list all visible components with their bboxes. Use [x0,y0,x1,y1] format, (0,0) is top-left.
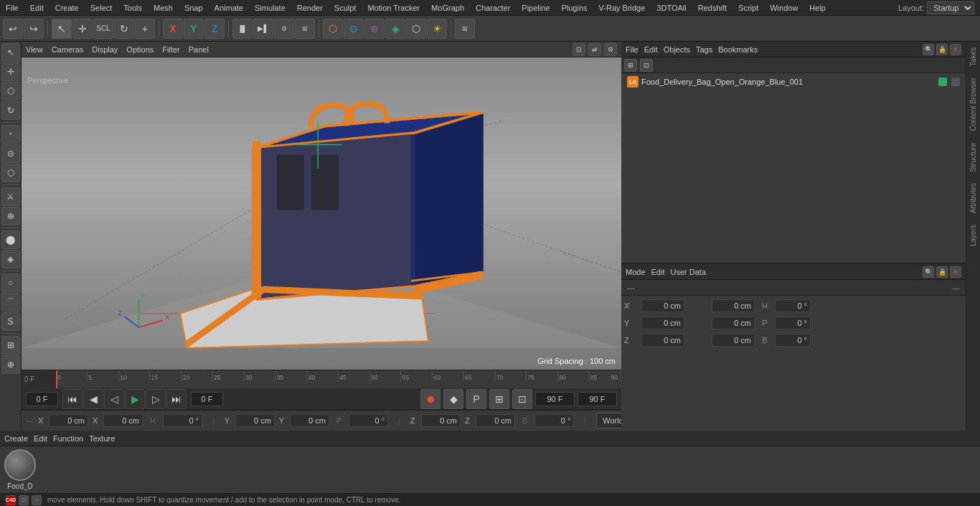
mat-edit[interactable]: Edit [34,434,47,443]
attr-b-input[interactable] [775,334,811,347]
attr-p-input[interactable] [775,317,811,329]
x2-input[interactable] [103,414,143,427]
light-button[interactable]: ☀ [427,19,447,39]
vp-menu-panel[interactable]: Panel [189,45,209,54]
viewport-canvas[interactable]: X Y Z [22,57,621,370]
vp-menu-display[interactable]: Display [92,45,118,54]
scale-button[interactable]: SCL [93,19,113,39]
menu-simulate[interactable]: Simulate [249,2,291,14]
menu-file[interactable]: File [0,2,24,14]
om-menu-bookmarks[interactable]: Bookmarks [718,45,758,54]
snap-settings-button[interactable]: ⊞ [455,19,475,39]
y2-input[interactable] [290,414,329,427]
attr-h-input[interactable] [775,299,811,312]
keyframe-button[interactable]: ◆ [443,389,463,409]
lp-box-button[interactable]: ⬡ [1,82,20,100]
x-axis-button[interactable]: X [163,19,183,39]
attr-lock-icon[interactable]: 🔒 [936,266,948,278]
frame-end-input-1[interactable] [535,392,575,406]
status-icon-box[interactable]: □ [19,495,29,505]
plus-button[interactable]: + [135,19,155,39]
lp-magnet-button[interactable]: ⊕ [1,207,20,225]
lp-rotate2-button[interactable]: ↻ [1,101,20,120]
menu-mesh[interactable]: Mesh [148,2,179,14]
step-fwd-far-button[interactable]: ⏭ [166,389,187,409]
play-button[interactable]: ▶ [125,389,145,409]
redo-button[interactable]: ↪ [24,19,44,39]
lp-poly-button[interactable]: ⬡ [1,164,20,182]
vp-expand-icon[interactable]: ⊡ [573,43,585,56]
lp-snap-button[interactable]: ⊞ [1,336,20,355]
z-axis-button[interactable]: Z [204,19,225,39]
b-input[interactable] [534,414,574,427]
motion-path-button[interactable]: ⊞ [489,389,509,409]
cam-button[interactable]: ⬡ [406,19,426,39]
cube-button[interactable]: ⬡ [323,19,343,39]
menu-script[interactable]: Script [732,2,764,14]
rotate-button[interactable]: ↻ [114,19,134,39]
side-tab-content-browser[interactable]: Content Browser [968,72,979,136]
move-button[interactable]: ✛ [72,19,93,39]
undo-button[interactable]: ↩ [3,19,23,39]
menu-select[interactable]: Select [85,2,118,14]
attr-userdata[interactable]: User Data [671,268,707,276]
menu-create[interactable]: Create [50,2,85,14]
play-back-button[interactable]: ◁ [104,389,124,409]
menu-motion-tracker[interactable]: Motion Tracker [362,2,425,14]
menu-pipeline[interactable]: Pipeline [516,2,555,14]
side-tab-layers[interactable]: Layers [968,219,979,252]
menu-edit[interactable]: Edit [24,2,50,14]
attr-x-size-input[interactable] [712,299,755,312]
menu-render[interactable]: Render [291,2,329,14]
lp-knife-button[interactable]: ⚔ [1,187,20,206]
frame-end-input-2[interactable] [578,392,617,406]
mat-item[interactable]: Food_D [4,449,36,490]
om-tb-2[interactable]: ⊡ [640,59,653,72]
lp-smooth-button[interactable]: ◈ [1,250,20,268]
lp-paint-button[interactable]: ⬤ [1,230,20,249]
attr-y-size-input[interactable] [712,317,755,329]
render-settings-button[interactable]: ⚙ [274,19,294,39]
attr-mode[interactable]: Mode [626,268,646,276]
vp-link-icon[interactable]: ⇌ [588,43,601,56]
vp-menu-filter[interactable]: Filter [162,45,179,54]
cursor-button[interactable]: ↖ [52,19,72,39]
step-fwd-button[interactable]: ▷ [146,389,166,409]
attr-close-icon[interactable]: ✕ [950,266,961,278]
lp-move2-button[interactable]: ✛ [1,62,20,81]
lp-extra1-button[interactable]: ⊕ [1,355,20,374]
vp-menu-view[interactable]: View [26,45,43,54]
attr-edit[interactable]: Edit [651,268,665,276]
step-back-far-button[interactable]: ⏮ [62,389,83,409]
attr-z-input[interactable] [641,334,684,347]
lp-bend-button[interactable]: ⌒ [1,293,20,311]
autokey-button[interactable]: P [466,389,486,409]
render-output-button[interactable]: ⊞ [295,19,315,39]
side-tab-attributes[interactable]: Attributes [968,177,979,219]
frame-start-input[interactable] [26,392,58,406]
y-pos-input[interactable] [235,414,275,427]
world-select[interactable]: World Local Screen [596,413,621,428]
menu-help[interactable]: Help [804,2,831,14]
y-axis-button[interactable]: Y [184,19,204,39]
record-button[interactable]: ⏺ [420,389,440,409]
step-back-button[interactable]: ◀ [83,389,103,409]
env-button[interactable]: ◈ [385,19,405,39]
mat-function[interactable]: Function [53,434,83,443]
layout-select[interactable]: Startup [927,1,974,14]
attr-x-input[interactable] [641,299,684,312]
menu-3dtoall[interactable]: 3DTOAll [651,2,692,14]
h-input[interactable] [163,414,202,427]
vp-settings-icon[interactable]: ⚙ [604,43,617,56]
render-region-button[interactable]: ▐▌ [232,19,253,39]
dope-sheet-button[interactable]: ⊡ [512,389,532,409]
status-icon-x[interactable]: × [32,495,42,505]
lp-point-button[interactable]: • [1,125,20,144]
p-input[interactable] [349,414,388,427]
attr-y-input[interactable] [641,317,684,329]
render-view-button[interactable]: ▶▌ [253,19,273,39]
mat-texture[interactable]: Texture [89,434,115,443]
menu-snap[interactable]: Snap [179,2,209,14]
menu-plugins[interactable]: Plugins [555,2,593,14]
lp-select2-button[interactable]: ○ [1,273,20,292]
